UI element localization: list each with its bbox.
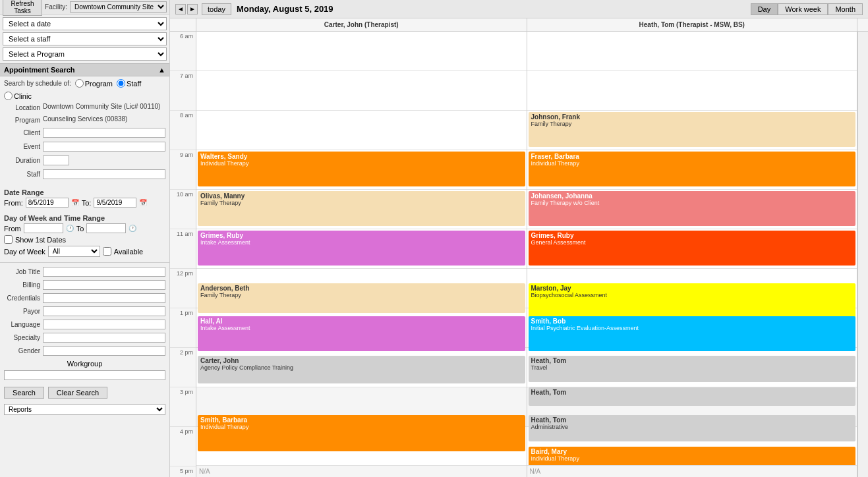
day-of-week-label: Day of Week [4,248,45,256]
clear-search-button[interactable]: Clear Search [48,387,107,399]
billing-input[interactable] [43,280,165,290]
show-first-dates-checkbox[interactable] [4,235,13,244]
available-label: Available [114,248,143,256]
appointment-search-label: Appointment Search [4,66,75,74]
hour-5pm: 5 pm [180,468,193,474]
to-calendar-icon[interactable]: 📅 [139,199,147,206]
job-title-input[interactable] [43,267,165,277]
time-to-input[interactable] [86,223,126,233]
event-carter-john-training[interactable]: Carter, John Agency Policy Compliance Tr… [198,356,525,383]
event-label: Event [4,142,40,150]
staff-label: Staff [4,169,40,178]
collapse-icon: ▲ [158,66,165,74]
search-by-label: Search by schedule of: [4,80,71,87]
event-johansen-johanna[interactable]: Johansen, Johanna Family Therapy w/o Cli… [529,191,856,226]
event-anderson-beth[interactable]: Anderson, Beth Family Therapy [198,283,525,313]
event-olivas-manny[interactable]: Olivas, Manny Family Therapy [198,191,525,226]
hour-12pm: 12 pm [177,270,193,277]
event-fraser-barbara[interactable]: Fraser, Barbara Individual Therapy [529,152,856,186]
from-date-input[interactable] [26,198,69,208]
available-checkbox[interactable] [103,247,111,256]
hour-3pm: 3 pm [180,389,193,395]
to-label: To: [82,199,92,207]
reports-select[interactable]: Reports [4,404,165,415]
location-value: Downtown Community Site (Lic# 00110) [43,103,165,110]
payor-input[interactable] [43,306,165,316]
show-first-dates-label: Show 1st Dates [15,236,66,244]
billing-label: Billing [4,280,40,289]
program-value: Counseling Services (00838) [43,115,165,123]
staff-col-header-carter: Carter, John (Therapist) [196,18,527,31]
event-input[interactable] [43,142,165,152]
credentials-input[interactable] [43,293,165,303]
hour-2pm: 2 pm [180,349,193,356]
staff-col-heath: Johnson, Frank Family Therapy Fraser, Ba… [527,32,858,477]
radio-program[interactable]: Program [75,79,113,88]
client-input[interactable] [43,128,165,138]
workgroup-input[interactable] [4,370,165,380]
to-date-input[interactable] [94,198,136,208]
event-hall-al[interactable]: Hall, Al Intake Assessment [198,316,525,351]
view-workweek-button[interactable]: Work week [778,3,828,15]
from-label: From: [4,199,23,207]
radio-staff[interactable]: Staff [117,79,141,88]
event-smith-bob[interactable]: Smith, Bob Initial Psychiatric Evaluatio… [529,316,856,351]
job-title-label: Job Title [4,267,40,275]
refresh-tasks-button[interactable]: Refresh Tasks [3,0,42,16]
event-heath-tom-admin[interactable]: Heath, Tom Administrative [529,415,856,441]
event-marston-jay[interactable]: Marston, Jay Biopsychosocial Assessment [529,283,856,318]
hour-6am: 6 am [180,33,193,40]
client-label: Client [4,128,40,136]
facility-select[interactable]: Downtown Community Site [70,1,167,13]
day-of-week-select[interactable]: All MondayTuesdayWednesday ThursdayFrida… [48,246,100,257]
event-heath-tom-3pm[interactable]: Heath, Tom [529,387,856,406]
hour-8am: 8 am [180,112,193,119]
time-from-icon[interactable]: 🕐 [66,225,74,232]
gender-input[interactable] [43,346,165,356]
specialty-label: Specialty [4,333,40,341]
time-from-label: From [4,225,21,233]
na-bar-carter: N/A [196,465,527,477]
specialty-input[interactable] [43,333,165,343]
event-smith-barbara[interactable]: Smith, Barbara Individual Therapy [198,415,525,451]
location-label: Location [4,103,40,111]
view-month-button[interactable]: Month [828,3,863,15]
radio-clinic[interactable]: Clinic [4,92,32,100]
today-button[interactable]: today [202,3,231,15]
appointment-search-toggle[interactable]: Appointment Search ▲ [0,63,169,76]
program-label: Program [4,115,40,124]
event-grimes-ruby-heath[interactable]: Grimes, Ruby General Assessment [529,231,856,266]
select-date-dropdown[interactable]: Select a date [3,17,167,30]
hour-10am: 10 am [177,191,193,198]
duration-label: Duration [4,155,40,164]
time-to-icon[interactable]: 🕐 [129,225,136,232]
staff-input[interactable] [43,169,165,179]
search-by-group: Search by schedule of: Program Staff Cli… [4,79,165,100]
event-heath-tom-travel[interactable]: Heath, Tom Travel [529,356,856,382]
hour-1pm: 1 pm [180,310,193,316]
workgroup-label: Workgroup [67,360,103,368]
hour-11am: 11 am [177,231,193,237]
credentials-label: Credentials [4,293,40,302]
select-staff-dropdown[interactable]: Select a staff [3,32,167,45]
language-input[interactable] [43,320,165,329]
payor-label: Payor [4,306,40,315]
hour-7am: 7 am [180,72,193,79]
staff-col-header-heath: Heath, Tom (Therapist - MSW, BS) [527,18,858,31]
date-range-label: Date Range [4,188,165,196]
na-bar-heath: N/A [527,465,857,477]
nav-next-button[interactable]: ► [187,4,198,14]
view-day-button[interactable]: Day [751,3,778,15]
time-from-input[interactable] [24,223,63,233]
select-program-dropdown[interactable]: Select a Program [3,47,167,61]
event-grimes-ruby-carter[interactable]: Grimes, Ruby Intake Assessment [198,231,525,266]
nav-prev-button[interactable]: ◄ [175,4,186,14]
event-walters-sandy[interactable]: Walters, Sandy Individual Therapy [198,152,525,186]
event-johnson-frank[interactable]: Johnson, Frank Family Therapy [529,112,856,147]
dow-time-label: Day of Week and Time Range [4,214,165,222]
staff-col-carter: Walters, Sandy Individual Therapy Olivas… [196,32,527,477]
duration-input[interactable] [43,155,69,165]
hour-9am: 9 am [180,152,193,158]
from-calendar-icon[interactable]: 📅 [71,199,79,206]
search-button[interactable]: Search [4,387,44,399]
